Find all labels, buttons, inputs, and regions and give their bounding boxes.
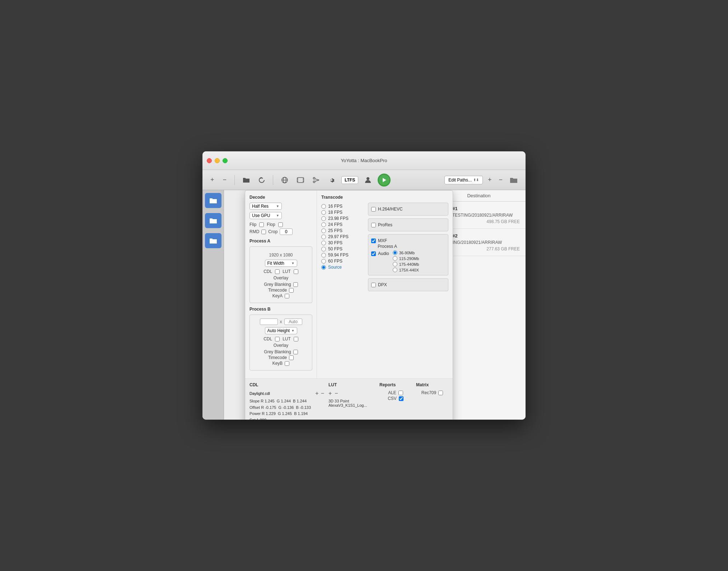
rmd-checkbox[interactable] [261,230,266,234]
svg-rect-3 [297,178,304,183]
ale-checkbox[interactable] [398,391,403,395]
mxf-box: MXF Process A [368,234,448,275]
edit-paths-button[interactable]: Edit Paths... ⬆⬇ [444,176,483,184]
remove-path-button[interactable]: − [496,175,505,185]
go-button[interactable] [378,174,391,187]
cdl-title: CDL [249,382,324,387]
process-b-width[interactable]: 1280 [260,318,278,325]
globe-button[interactable] [279,175,290,185]
sidebar-item-3[interactable] [205,233,221,248]
fps-2398-radio[interactable] [321,216,326,221]
sidebar-item-2[interactable] [205,213,221,228]
rec709-row: Rec709 [416,390,448,395]
grey-blanking-a-checkbox[interactable] [293,282,298,287]
svg-rect-5 [297,181,298,181]
fps-30-radio[interactable] [321,241,326,245]
app-window: YoYotta : MacBookPro + − LTFS [202,151,526,420]
lut-add-button[interactable]: + [328,390,332,397]
ltfs-button[interactable]: LTFS [341,176,358,184]
matrix-section: Matrix Rec709 [416,382,448,420]
audio-checkbox[interactable] [371,251,376,256]
cdl-b-checkbox[interactable] [275,337,280,341]
bitrate-175x-radio[interactable] [393,268,397,272]
crop-input[interactable]: 0 [280,228,293,235]
flop-checkbox[interactable] [278,222,283,227]
dpx-checkbox[interactable] [371,283,376,287]
user-button[interactable] [363,175,373,185]
prores-row: ProRes [371,222,445,227]
bitrate-115-radio[interactable] [393,256,397,261]
decode-title: Decode [249,195,312,200]
remove-button[interactable]: − [221,175,229,185]
csv-checkbox[interactable] [399,396,403,401]
rec709-checkbox[interactable] [438,391,443,395]
lut-remove-button[interactable]: − [335,390,338,397]
auto-height-select[interactable]: Auto Height ▼ [265,327,297,334]
chevron-fit-icon: ▼ [291,261,295,265]
gpu-select[interactable]: Use GPU ▼ [249,212,282,219]
fps-25-radio[interactable] [321,228,326,233]
fps-5994: 59.94 FPS [321,253,364,258]
prores-checkbox[interactable] [371,223,376,227]
scissors-button[interactable] [311,175,322,185]
popup-container: Decode Half Res ▼ [224,190,432,420]
dpx-row: DPX [371,282,445,287]
flip-checkbox[interactable] [259,222,264,227]
keyb-row: KeyB [253,361,308,366]
grey-blanking-a-row: Grey Blanking [253,282,308,287]
add-path-button[interactable]: + [486,175,494,185]
fps-5994-radio[interactable] [321,253,326,258]
lut-section: LUT + − 3D 33 Point AlexaV3_K1S1_Log... [328,382,375,420]
process-a-title: Process A [249,239,312,244]
zoom-button[interactable] [223,158,228,163]
resolution-select[interactable]: Half Res ▼ [249,203,282,210]
minimize-button[interactable] [215,158,220,163]
keya-checkbox[interactable] [285,294,289,298]
popup-bottom: CDL Daylight.cdl + − Slope R 1.245 G [245,378,453,420]
refresh-button[interactable] [256,175,267,185]
svg-point-12 [367,177,369,180]
mxf-checkbox[interactable] [371,239,376,243]
timecode-a-row: Timecode [253,288,308,293]
add-button[interactable]: + [208,175,216,185]
fps-24: 24 FPS [321,222,364,227]
folder2-button[interactable] [508,175,520,185]
fps-18-radio[interactable] [321,210,326,215]
folder-button[interactable] [241,176,252,184]
fps-24-radio[interactable] [321,222,326,227]
toolbar-separator-1 [234,175,235,185]
bitrate-36-radio[interactable] [393,250,397,255]
mxf-options: Audio 36-90Mb [371,250,445,272]
keyb-checkbox[interactable] [285,361,289,366]
lut-b-checkbox[interactable] [294,337,298,341]
h264-checkbox[interactable] [371,207,376,212]
h264-box: H.264/HEVC [368,203,448,216]
ale-row: ALE [379,390,412,395]
lut-title: LUT [328,382,375,387]
bitrate-175-radio[interactable] [393,262,397,266]
process-b-height[interactable] [284,318,302,325]
fps-50-radio[interactable] [321,247,326,251]
fps-2997-radio[interactable] [321,235,326,239]
grey-blanking-b-checkbox[interactable] [293,350,298,354]
settings-button[interactable] [326,175,337,185]
lut-a-checkbox[interactable] [294,269,298,274]
cdl-remove-button[interactable]: − [321,390,324,397]
cdl-power-row: Power R 1.229 G 1.245 B 1.194 [249,411,324,417]
close-button[interactable] [207,158,212,163]
h264-row: H.264/HEVC [371,207,445,212]
fps-source: Source [321,265,364,270]
fps-16-radio[interactable] [321,204,326,209]
timecode-a-checkbox[interactable] [289,288,294,293]
cdl-a-checkbox[interactable] [275,269,280,274]
sidebar-item-1[interactable] [205,193,221,208]
svg-rect-4 [297,179,298,179]
timecode-b-checkbox[interactable] [289,355,294,360]
transcode-column: Transcode 16 FPS 18 FPS [317,190,453,378]
fps-source-radio[interactable] [321,265,326,270]
overlay-b-label: Overlay [253,343,308,348]
film-button[interactable] [295,176,306,184]
cdl-add-button[interactable]: + [315,390,318,397]
fps-60-radio[interactable] [321,259,326,264]
fit-width-select[interactable]: Fit Width ▼ [265,260,297,267]
